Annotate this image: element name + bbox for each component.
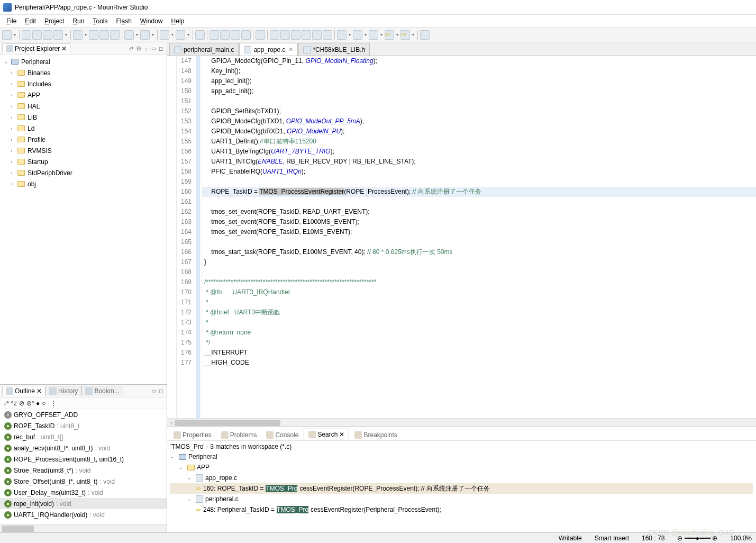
menu-help[interactable]: Help <box>167 16 189 26</box>
tool-refresh[interactable] <box>256 30 265 40</box>
code-line[interactable]: GPIOB_ModeCfg(bTXD1, GPIO_ModeOut_PP_5mA… <box>202 116 756 126</box>
outline-item[interactable]: ●User_Delay_ms(uint32_t) : void <box>0 487 167 498</box>
collapse-all-icon[interactable]: ⊟ <box>135 46 142 52</box>
menu-file[interactable]: File <box>2 16 21 26</box>
outline-hscroll[interactable] <box>0 524 167 532</box>
tool-assemble[interactable] <box>110 30 120 40</box>
tree-item[interactable]: ›StdPeriphDriver <box>1 167 166 178</box>
editor-hscroll[interactable]: ‹ <box>167 418 756 427</box>
code-line[interactable] <box>202 197 756 207</box>
code-line[interactable]: * @brief UART3中断函数 <box>202 307 756 318</box>
tree-item[interactable]: ›Ld <box>1 123 166 134</box>
tool-run[interactable] <box>176 30 185 40</box>
tree-item[interactable]: ›obj <box>1 178 166 189</box>
bottom-tab-console[interactable]: Console <box>262 430 303 440</box>
search-folder[interactable]: ⌄APP <box>170 462 753 473</box>
outline-item[interactable]: ●Stroe_Read(uint8_t*) : void <box>0 465 167 476</box>
tool-new[interactable] <box>2 30 12 40</box>
tool-link[interactable] <box>124 30 134 40</box>
minimize-icon[interactable]: ▭ <box>150 46 157 52</box>
fold-gutter[interactable] <box>195 56 202 418</box>
close-icon[interactable]: ✕ <box>288 46 293 53</box>
code-line[interactable] <box>202 96 756 106</box>
menu-tools[interactable]: Tools <box>88 16 112 26</box>
tool-fwd[interactable]: ⇨ <box>400 30 410 40</box>
link-editor-icon[interactable]: ⇄ <box>128 46 134 52</box>
tree-item[interactable]: ›LIB <box>1 112 166 123</box>
outline-item[interactable]: ●rec_buf : uint8_t[] <box>0 431 167 442</box>
project-tree[interactable]: ⌄ Peripheral ›Binaries›Includes›APP›HAL›… <box>0 55 167 384</box>
tool-restart[interactable] <box>323 30 332 40</box>
bottom-tab-properties[interactable]: Properties <box>169 430 216 440</box>
history-tab[interactable]: History <box>45 386 81 396</box>
bottom-tab-problems[interactable]: Problems <box>217 430 261 440</box>
code-line[interactable]: * <box>202 318 756 328</box>
code-line[interactable]: PFIC_EnableIRQ(UART1_IRQn); <box>202 167 756 177</box>
tool-buildall[interactable] <box>53 30 63 40</box>
tool-persp[interactable] <box>369 30 378 40</box>
code-line[interactable]: app_adc_init(); <box>202 86 756 96</box>
code-line[interactable]: UART1_DefInit();//串口波特率115200 <box>202 137 756 147</box>
menu-window[interactable]: Window <box>136 16 167 26</box>
tool-tgt3[interactable] <box>231 30 240 40</box>
tool-compile[interactable] <box>89 30 98 40</box>
outline-item[interactable]: ●rope_init(void) : void <box>0 498 167 509</box>
menu-icon[interactable]: ⋮ <box>50 400 57 407</box>
menu-project[interactable]: Project <box>40 16 68 26</box>
tree-item[interactable]: ›Includes <box>1 78 166 89</box>
code-line[interactable]: UART1_ByteTrigCfg(UART_7BYTE_TRIG); <box>202 147 756 157</box>
code-line[interactable]: } <box>202 257 756 267</box>
tool-download[interactable] <box>73 30 83 40</box>
tool-stepover[interactable] <box>291 30 300 40</box>
search-results[interactable]: 'TMOS_Pro' - 3 matches in workspace (*.c… <box>167 441 756 532</box>
code-line[interactable]: __HIGH_CODE <box>202 358 756 368</box>
search-tree-root[interactable]: ⌄Peripheral <box>170 451 753 462</box>
code-line[interactable]: * @return none <box>202 328 756 338</box>
editor-tab[interactable]: app_rope.c✕ <box>239 43 298 56</box>
sort-icon[interactable]: ↓ᵃ <box>3 400 9 407</box>
code-editor[interactable]: 1471481491501511521531541551561571581591… <box>167 56 756 418</box>
tool-stepout[interactable] <box>302 30 311 40</box>
code-line[interactable]: __INTERRUPT <box>202 348 756 358</box>
close-icon[interactable]: ✕ <box>61 45 67 52</box>
outline-item[interactable]: ●Store_Offset(uint8_t*, uint8_t) : void <box>0 476 167 487</box>
tool-debug[interactable] <box>160 30 169 40</box>
tool-back[interactable]: ⇦ <box>385 30 394 40</box>
menu-flash[interactable]: Flash <box>112 16 135 26</box>
outline-item[interactable]: #GRYO_OFFSET_ADD <box>0 409 167 420</box>
filter-icon[interactable]: ᵃz <box>11 400 17 407</box>
code-line[interactable]: GPIOB_ModeCfg(bRXD1, GPIO_ModeIN_PU); <box>202 126 756 137</box>
hide2-icon[interactable]: ⊘ˢ <box>26 400 34 407</box>
outline-tab[interactable]: Outline ✕ <box>2 386 45 396</box>
code-line[interactable]: * @fn UART3_IRQHandler <box>202 287 756 297</box>
code-line[interactable] <box>202 267 756 277</box>
code-line[interactable]: Key_Init(); <box>202 66 756 76</box>
editor-tab[interactable]: *CH58xBLE_LIB.h <box>298 43 370 56</box>
menu-edit[interactable]: Edit <box>21 16 40 26</box>
code-line[interactable] <box>202 177 756 187</box>
tree-root[interactable]: ⌄ Peripheral <box>1 56 166 67</box>
search-file[interactable]: ⌄peripheral.c <box>170 494 753 504</box>
outline-item[interactable]: ●ROPE_ProcessEvent(uint8_t, uint16_t) <box>0 454 167 465</box>
code-line[interactable]: tmos_set_event(ROPE_TaskID, E10MS_EVENT)… <box>202 227 756 237</box>
view-menu-icon[interactable]: ⋮ <box>143 46 149 52</box>
code-line[interactable]: */ <box>202 338 756 348</box>
tool-build[interactable] <box>43 30 52 40</box>
hide-icon[interactable]: ⊘ <box>19 400 24 407</box>
menubar[interactable]: File Edit Project Run Tools Flash Window… <box>0 15 756 28</box>
close-icon[interactable]: ✕ <box>339 431 344 438</box>
editor-tab[interactable]: peripheral_main.c <box>169 43 239 56</box>
code-line[interactable] <box>202 237 756 247</box>
tool-win[interactable] <box>353 30 362 40</box>
maximize-icon[interactable]: ◻ <box>158 388 164 394</box>
outline-list[interactable]: #GRYO_OFFSET_ADD ●ROPE_TaskID : uint8_t●… <box>0 409 167 524</box>
bookmarks-tab[interactable]: Bookm... <box>81 386 123 396</box>
code-line[interactable]: GPIOB_SetBits(bTXD1); <box>202 106 756 116</box>
tool-tgt2[interactable] <box>220 30 230 40</box>
tree-item[interactable]: ›APP <box>1 89 166 101</box>
menu-run[interactable]: Run <box>68 16 88 26</box>
search-match[interactable]: ⇨160: ROPE_TaskID = TMOS_ProcessEventReg… <box>170 483 753 494</box>
search-match[interactable]: ⇨248: Peripheral_TaskID = TMOS_ProcessEv… <box>170 504 753 515</box>
tool-tgt4[interactable] <box>241 30 251 40</box>
tree-item[interactable]: ›HAL <box>1 101 166 112</box>
